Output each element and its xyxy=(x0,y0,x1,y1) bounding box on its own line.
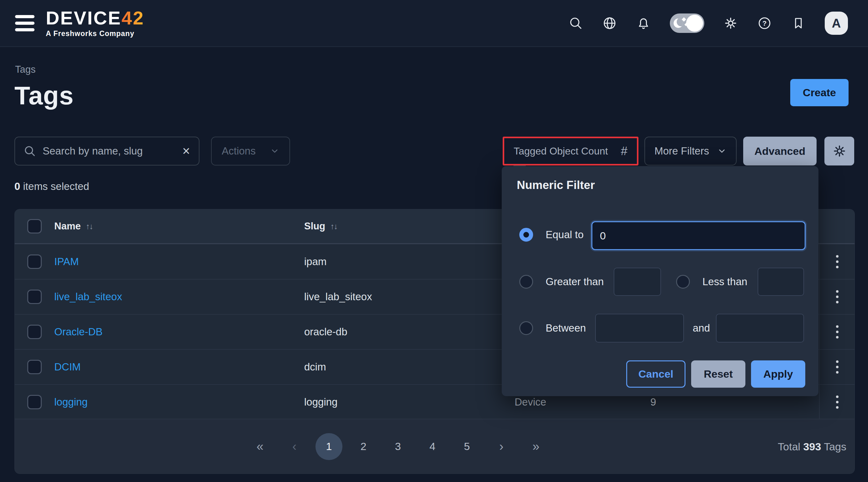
create-button[interactable]: Create xyxy=(790,79,848,106)
tag-slug: ipam xyxy=(304,256,327,268)
pagination-page-5[interactable]: 5 xyxy=(454,433,480,460)
table-settings-button[interactable] xyxy=(825,137,854,165)
advanced-button[interactable]: Advanced xyxy=(743,137,816,165)
row-checkbox[interactable] xyxy=(27,360,42,374)
topbar-actions: ? A xyxy=(568,11,848,35)
clear-search-icon[interactable]: × xyxy=(182,144,190,158)
tag-name-link[interactable]: IPAM xyxy=(54,256,79,268)
pagination-last[interactable]: » xyxy=(522,433,549,460)
tagged-object-count-filter[interactable]: Tagged Object Count # xyxy=(503,137,639,165)
bookmark-icon[interactable] xyxy=(791,16,806,31)
greater-than-label: Greater than xyxy=(546,275,603,289)
pagination-page-2[interactable]: 2 xyxy=(350,433,377,460)
less-than-input[interactable] xyxy=(757,268,804,296)
more-filters-dropdown[interactable]: More Filters xyxy=(644,137,737,165)
hamburger-menu-icon[interactable] xyxy=(15,15,34,31)
device42-logo: DEVICE42 A Freshworks Company xyxy=(46,9,144,38)
row-menu-icon[interactable] xyxy=(833,357,842,377)
less-than-label: Less than xyxy=(703,275,747,289)
tag-name-link[interactable]: DCIM xyxy=(54,361,81,373)
tagged-object-count-label: Tagged Object Count xyxy=(514,146,608,157)
cancel-button[interactable]: Cancel xyxy=(626,360,685,388)
top-bar: DEVICE42 A Freshworks Company xyxy=(0,0,868,47)
apply-button[interactable]: Apply xyxy=(751,360,805,388)
chevron-down-icon xyxy=(270,147,279,156)
tag-type: Device xyxy=(515,396,546,408)
tag-name-link[interactable]: Oracle-DB xyxy=(54,326,102,338)
tag-name-link[interactable]: live_lab_siteox xyxy=(54,291,122,303)
search-box: × xyxy=(14,137,199,165)
gear-icon[interactable] xyxy=(723,16,738,31)
between-label: Between xyxy=(546,321,586,335)
between-radio[interactable] xyxy=(519,321,533,335)
tag-slug: oracle-db xyxy=(304,326,347,338)
pagination-page-3[interactable]: 3 xyxy=(384,433,411,460)
greater-than-input[interactable] xyxy=(614,268,661,296)
tag-slug: live_lab_siteox xyxy=(304,291,372,303)
toggle-knob xyxy=(686,15,703,32)
actions-label: Actions xyxy=(222,145,255,157)
select-all-checkbox[interactable] xyxy=(27,219,42,233)
row-checkbox[interactable] xyxy=(27,395,42,409)
equal-to-radio[interactable] xyxy=(519,228,533,242)
actions-dropdown[interactable]: Actions xyxy=(211,137,290,165)
tag-count: 9 xyxy=(650,396,656,408)
more-filters-label: More Filters xyxy=(654,145,709,157)
pagination-prev[interactable]: ‹ xyxy=(281,433,308,460)
row-menu-icon[interactable] xyxy=(833,252,842,271)
tags-page: DEVICE42 A Freshworks Company xyxy=(0,0,868,482)
pagination-page-4[interactable]: 4 xyxy=(419,433,446,460)
table-footer: « ‹ 1 2 3 4 5 › » Total 393 Tags xyxy=(15,419,855,474)
tag-slug: logging xyxy=(304,396,337,408)
greater-than-radio[interactable] xyxy=(519,275,533,289)
between-to-input[interactable] xyxy=(716,314,804,343)
row-menu-icon[interactable] xyxy=(833,287,842,307)
row-checkbox[interactable] xyxy=(27,255,42,269)
moon-icon xyxy=(674,19,683,28)
svg-text:?: ? xyxy=(762,20,766,27)
total-count: 393 xyxy=(803,440,821,452)
pagination: « ‹ 1 2 3 4 5 › » xyxy=(246,433,549,460)
chevron-down-icon xyxy=(717,147,726,156)
reset-button[interactable]: Reset xyxy=(691,360,745,388)
logo-text: DEVICE xyxy=(46,7,121,29)
pagination-next[interactable]: › xyxy=(488,433,515,460)
pagination-page-1[interactable]: 1 xyxy=(315,433,342,460)
bell-icon[interactable] xyxy=(636,16,651,31)
search-icon[interactable] xyxy=(568,16,583,31)
avatar-letter: A xyxy=(832,16,841,30)
selected-count-text: 0 items selected xyxy=(14,181,89,192)
and-label: and xyxy=(693,321,710,335)
search-input[interactable] xyxy=(43,145,182,157)
avatar[interactable]: A xyxy=(825,11,848,35)
selected-count: 0 xyxy=(14,181,20,192)
pagination-first[interactable]: « xyxy=(246,433,274,460)
sort-icon[interactable]: ↑↓ xyxy=(330,222,337,231)
row-menu-icon[interactable] xyxy=(833,322,842,342)
popup-title: Numeric Filter xyxy=(517,179,595,192)
logo-subtitle: A Freshworks Company xyxy=(46,29,144,38)
column-header-name[interactable]: Name xyxy=(54,221,81,232)
between-from-input[interactable] xyxy=(595,314,684,343)
page-title: Tags xyxy=(14,81,74,110)
equal-to-label: Equal to xyxy=(546,228,584,242)
less-than-radio[interactable] xyxy=(676,275,690,289)
breadcrumb[interactable]: Tags xyxy=(15,64,35,75)
search-icon xyxy=(23,144,36,158)
logo-accent: 42 xyxy=(121,7,144,29)
sort-icon[interactable]: ↑↓ xyxy=(86,222,93,231)
dark-mode-toggle[interactable] xyxy=(670,13,704,33)
equal-to-input[interactable] xyxy=(591,221,806,250)
hash-icon: # xyxy=(621,144,627,158)
gear-icon xyxy=(832,143,847,159)
row-checkbox[interactable] xyxy=(27,325,42,339)
numeric-filter-popup: Numeric Filter Equal to Greater than Les… xyxy=(502,166,818,396)
help-icon[interactable]: ? xyxy=(757,16,772,31)
row-menu-icon[interactable] xyxy=(833,392,842,412)
column-header-slug[interactable]: Slug xyxy=(304,221,325,232)
tag-name-link[interactable]: logging xyxy=(54,396,88,408)
row-checkbox[interactable] xyxy=(27,290,42,304)
tag-slug: dcim xyxy=(304,361,326,373)
globe-icon[interactable] xyxy=(602,16,617,31)
total-count-text: Total 393 Tags xyxy=(778,440,846,453)
